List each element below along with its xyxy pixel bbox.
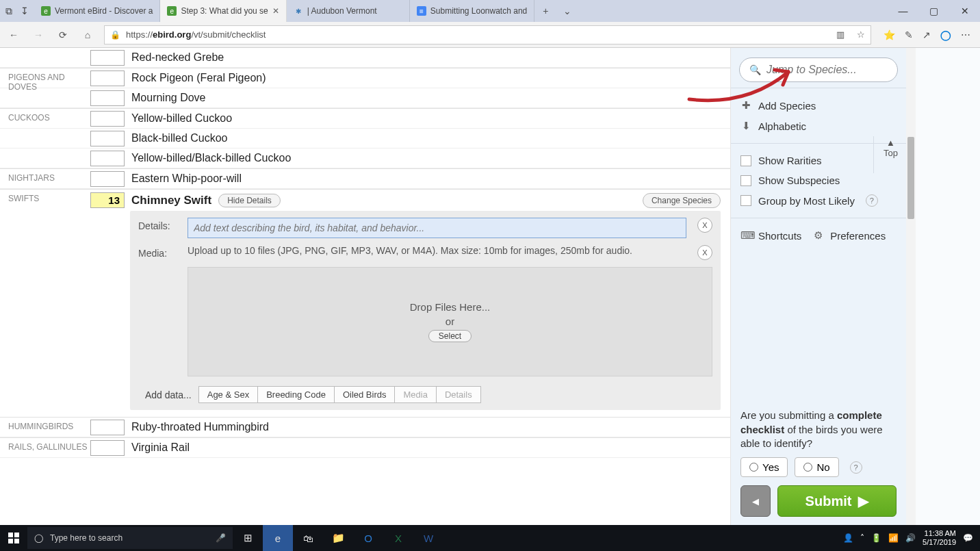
refresh-button[interactable]: ⟳ [55, 27, 71, 43]
wifi-icon[interactable]: 📶 [888, 533, 899, 543]
people-icon[interactable]: 👤 [843, 533, 853, 543]
recent-tabs-icon[interactable]: ↧ [21, 5, 29, 16]
store-taskbar-icon[interactable]: 🛍 [293, 525, 323, 551]
close-icon[interactable]: ✕ [272, 6, 279, 16]
tab-2[interactable]: ✱ | Audubon Vermont [287, 0, 410, 22]
reading-view-icon[interactable]: ▥ [836, 29, 844, 40]
species-name: Yellow-billed/Black-billed Cuckoo [131, 152, 291, 164]
count-input[interactable] [90, 90, 125, 106]
tabs-aside-icon[interactable]: ⧉ [5, 5, 12, 17]
tab-media[interactable]: Media [395, 386, 436, 403]
add-species-button[interactable]: ✚Add Species [740, 95, 897, 116]
complete-no-radio[interactable]: No [795, 457, 838, 477]
details-panel: Details: X Media: Upload up to 10 files … [130, 211, 721, 410]
close-window-button[interactable]: ✕ [949, 0, 980, 22]
battery-icon[interactable]: 🔋 [871, 533, 881, 543]
task-view-button[interactable]: ⊞ [233, 525, 263, 551]
scrollbar[interactable] [906, 48, 916, 525]
more-icon[interactable]: ⋯ [961, 29, 970, 40]
hide-details-button[interactable]: Hide Details [218, 194, 281, 207]
favorite-icon[interactable]: ☆ [857, 29, 865, 40]
tab-0[interactable]: e Vermont eBird - Discover a [34, 0, 160, 22]
close-media-button[interactable]: X [697, 245, 712, 260]
explorer-taskbar-icon[interactable]: 📁 [323, 525, 353, 551]
notes-icon[interactable]: ✎ [905, 29, 913, 40]
count-input[interactable] [90, 131, 125, 146]
favicon-icon: ✱ [294, 6, 303, 16]
group-header: SWIFTS [8, 194, 90, 203]
species-name: Red-necked Grebe [131, 51, 224, 64]
jump-to-species-search[interactable]: 🔍 [739, 57, 898, 82]
submit-button[interactable]: Submit▶ [777, 485, 897, 517]
home-button[interactable]: ⌂ [79, 27, 96, 43]
count-input[interactable]: 13 [90, 192, 125, 208]
edge-taskbar-icon[interactable]: e [263, 525, 293, 551]
mic-icon[interactable]: 🎤 [216, 533, 226, 543]
complete-yes-radio[interactable]: Yes [740, 457, 788, 477]
checklist-pane: Red-necked Grebe PIGEONS AND DOVES Rock … [0, 48, 731, 525]
taskbar-search[interactable]: ◯ Type here to search 🎤 [27, 527, 233, 549]
help-icon[interactable]: ? [866, 194, 878, 207]
species-row[interactable]: Yellow-billed Cuckoo [0, 109, 730, 129]
favorites-icon[interactable]: ⭐ [884, 29, 895, 40]
search-input[interactable] [766, 64, 888, 76]
new-tab-button[interactable]: + [534, 0, 556, 22]
species-row[interactable]: Red-necked Grebe [0, 48, 730, 68]
species-row[interactable]: Mourning Dove [0, 88, 730, 108]
shortcuts-button[interactable]: ⌨Shortcuts [740, 225, 801, 246]
start-button[interactable] [0, 533, 27, 543]
volume-icon[interactable]: 🔊 [905, 533, 916, 543]
count-input[interactable] [90, 50, 125, 66]
outlook-taskbar-icon[interactable]: O [353, 525, 383, 551]
count-input[interactable] [90, 71, 125, 86]
species-row[interactable]: Rock Pigeon (Feral Pigeon) [0, 68, 730, 88]
show-subspecies-checkbox[interactable]: Show Subspecies [740, 170, 897, 190]
add-data-label: Add data... [138, 387, 198, 403]
svg-rect-3 [14, 539, 19, 543]
tab-oiled-birds[interactable]: Oiled Birds [335, 386, 396, 403]
checkbox-icon [740, 195, 751, 206]
tab-3[interactable]: ≡ Submitting Loonwatch and [410, 0, 534, 22]
back-button[interactable]: ← [5, 27, 22, 43]
species-row[interactable]: Black-billed Cuckoo [0, 129, 730, 149]
change-species-button[interactable]: Change Species [643, 193, 721, 208]
count-input[interactable] [90, 111, 125, 127]
count-input[interactable] [90, 151, 125, 166]
preferences-button[interactable]: ⚙Preferences [812, 225, 886, 246]
tab-details[interactable]: Details [437, 386, 481, 403]
tray-chevron-icon[interactable]: ˄ [860, 533, 864, 543]
species-row[interactable]: Yellow-billed/Black-billed Cuckoo [0, 149, 730, 168]
forward-button[interactable]: → [30, 27, 47, 43]
select-files-button[interactable]: Select [428, 330, 472, 342]
tab-1[interactable]: e Step 3: What did you se ✕ [160, 0, 286, 22]
minimize-button[interactable]: — [888, 0, 918, 22]
help-icon[interactable]: ? [850, 461, 862, 474]
tab-breeding-code[interactable]: Breeding Code [258, 386, 335, 403]
tab-chevron-icon[interactable]: ⌄ [556, 0, 578, 22]
word-taskbar-icon[interactable]: W [413, 525, 443, 551]
count-input[interactable] [90, 171, 125, 187]
address-bar[interactable]: 🔒 https://ebird.org/vt/submit/checklist … [104, 25, 871, 44]
share-icon[interactable]: ↗ [923, 29, 931, 40]
edge-logo-icon[interactable]: ◯ [940, 29, 951, 40]
maximize-button[interactable]: ▢ [918, 0, 949, 22]
close-details-button[interactable]: X [697, 218, 712, 233]
count-input[interactable] [90, 420, 125, 435]
back-step-button[interactable]: ◀ [740, 485, 771, 517]
tab-age-sex[interactable]: Age & Sex [198, 386, 258, 403]
species-row[interactable]: Ruby-throated Hummingbird [0, 418, 730, 437]
count-input[interactable] [90, 440, 125, 456]
excel-taskbar-icon[interactable]: X [383, 525, 413, 551]
alphabetic-button[interactable]: ⬇Alphabetic [740, 116, 897, 136]
details-input[interactable] [188, 218, 686, 238]
species-row[interactable]: Eastern Whip-poor-will [0, 169, 730, 189]
species-row[interactable]: Virginia Rail [0, 438, 730, 458]
taskbar-clock[interactable]: 11:38 AM 5/17/2019 [923, 529, 956, 546]
keyboard-icon: ⌨ [740, 229, 751, 242]
url-text: https://ebird.org/vt/submit/checklist [126, 29, 266, 40]
scrollbar-thumb[interactable] [907, 137, 914, 219]
notifications-icon[interactable]: 💬 [963, 533, 973, 543]
group-likely-checkbox[interactable]: Group by Most Likely? [740, 190, 897, 211]
media-dropzone[interactable]: Drop Files Here... or Select [188, 267, 712, 376]
top-button[interactable]: ▲Top [873, 136, 898, 173]
